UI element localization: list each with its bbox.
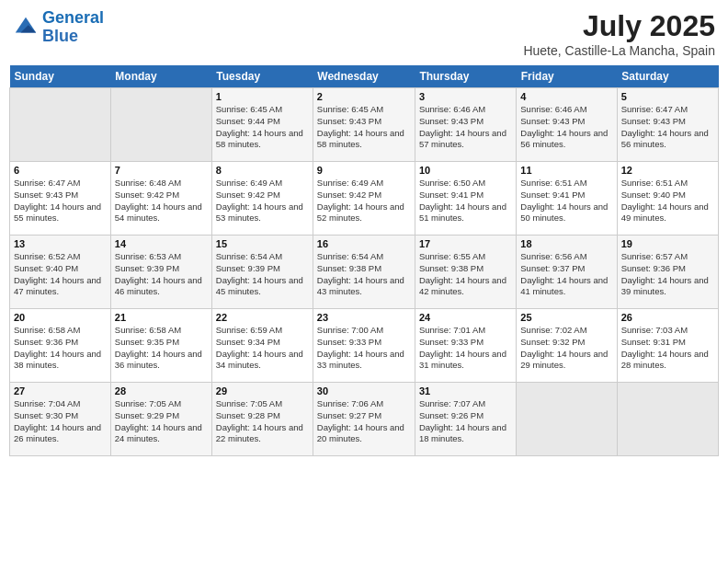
day-number: 4 (520, 91, 612, 102)
day-number: 31 (419, 385, 512, 396)
day-number: 25 (520, 312, 612, 323)
calendar-cell: 30Sunrise: 7:06 AMSunset: 9:27 PMDayligh… (313, 383, 415, 456)
day-info: Sunrise: 7:03 AMSunset: 9:31 PMDaylight:… (621, 325, 714, 372)
day-info: Sunrise: 6:57 AMSunset: 9:36 PMDaylight:… (621, 251, 714, 298)
calendar-cell: 9Sunrise: 6:49 AMSunset: 9:42 PMDaylight… (313, 162, 415, 236)
day-number: 10 (419, 165, 512, 176)
calendar-cell: 28Sunrise: 7:05 AMSunset: 9:29 PMDayligh… (110, 383, 211, 456)
calendar-cell: 29Sunrise: 7:05 AMSunset: 9:28 PMDayligh… (211, 383, 313, 456)
day-info: Sunrise: 7:01 AMSunset: 9:33 PMDaylight:… (419, 325, 512, 372)
calendar-table: SundayMondayTuesdayWednesdayThursdayFrid… (9, 65, 719, 456)
day-number: 6 (14, 165, 107, 176)
day-info: Sunrise: 6:46 AMSunset: 9:43 PMDaylight:… (419, 104, 512, 151)
calendar-week-row: 6Sunrise: 6:47 AMSunset: 9:43 PMDaylight… (10, 162, 719, 236)
day-info: Sunrise: 7:05 AMSunset: 9:29 PMDaylight:… (115, 398, 208, 445)
calendar-cell: 11Sunrise: 6:51 AMSunset: 9:41 PMDayligh… (517, 162, 617, 236)
logo-line1: General (42, 8, 104, 27)
day-number: 17 (419, 238, 512, 249)
day-number: 11 (520, 165, 612, 176)
day-info: Sunrise: 6:50 AMSunset: 9:41 PMDaylight:… (419, 178, 512, 224)
day-info: Sunrise: 7:02 AMSunset: 9:32 PMDaylight:… (520, 325, 612, 372)
day-number: 27 (14, 385, 107, 396)
calendar-cell: 6Sunrise: 6:47 AMSunset: 9:43 PMDaylight… (10, 162, 111, 236)
day-number: 3 (419, 91, 512, 102)
calendar-cell: 24Sunrise: 7:01 AMSunset: 9:33 PMDayligh… (415, 309, 516, 383)
day-number: 28 (115, 385, 208, 396)
calendar-cell: 5Sunrise: 6:47 AMSunset: 9:43 PMDaylight… (617, 88, 718, 162)
calendar-cell: 1Sunrise: 6:45 AMSunset: 9:44 PMDaylight… (211, 88, 313, 162)
weekday-header-row: SundayMondayTuesdayWednesdayThursdayFrid… (10, 65, 719, 88)
calendar-week-row: 20Sunrise: 6:58 AMSunset: 9:36 PMDayligh… (10, 309, 719, 383)
calendar-cell (517, 383, 617, 456)
title-block: July 2025 Huete, Castille-La Mancha, Spa… (523, 9, 715, 58)
day-info: Sunrise: 6:45 AMSunset: 9:43 PMDaylight:… (317, 104, 411, 151)
calendar-body: 1Sunrise: 6:45 AMSunset: 9:44 PMDaylight… (10, 88, 719, 456)
day-info: Sunrise: 6:46 AMSunset: 9:43 PMDaylight:… (520, 104, 612, 151)
weekday-header-cell: Wednesday (313, 65, 415, 88)
calendar-cell: 16Sunrise: 6:54 AMSunset: 9:38 PMDayligh… (313, 236, 415, 309)
day-number: 18 (520, 238, 612, 249)
day-number: 20 (14, 312, 107, 323)
calendar-cell: 31Sunrise: 7:07 AMSunset: 9:26 PMDayligh… (415, 383, 516, 456)
logo: General Blue (13, 9, 104, 46)
weekday-header-cell: Thursday (415, 65, 516, 88)
calendar-cell: 23Sunrise: 7:00 AMSunset: 9:33 PMDayligh… (313, 309, 415, 383)
calendar-cell: 8Sunrise: 6:49 AMSunset: 9:42 PMDaylight… (211, 162, 313, 236)
calendar-cell: 15Sunrise: 6:54 AMSunset: 9:39 PMDayligh… (211, 236, 313, 309)
calendar-cell (10, 88, 111, 162)
calendar-cell: 2Sunrise: 6:45 AMSunset: 9:43 PMDaylight… (313, 88, 415, 162)
day-number: 8 (216, 165, 309, 176)
day-info: Sunrise: 6:49 AMSunset: 9:42 PMDaylight:… (317, 178, 411, 224)
day-info: Sunrise: 6:52 AMSunset: 9:40 PMDaylight:… (14, 251, 107, 298)
day-info: Sunrise: 6:53 AMSunset: 9:39 PMDaylight:… (115, 251, 208, 298)
weekday-header-cell: Sunday (10, 65, 111, 88)
day-info: Sunrise: 7:05 AMSunset: 9:28 PMDaylight:… (216, 398, 309, 445)
day-number: 2 (317, 91, 411, 102)
day-number: 16 (317, 238, 411, 249)
calendar-cell (110, 88, 211, 162)
day-number: 7 (115, 165, 208, 176)
day-info: Sunrise: 6:54 AMSunset: 9:39 PMDaylight:… (216, 251, 309, 298)
day-number: 21 (115, 312, 208, 323)
calendar-cell (617, 383, 718, 456)
calendar-week-row: 1Sunrise: 6:45 AMSunset: 9:44 PMDaylight… (10, 88, 719, 162)
calendar-cell: 17Sunrise: 6:55 AMSunset: 9:38 PMDayligh… (415, 236, 516, 309)
calendar-cell: 27Sunrise: 7:04 AMSunset: 9:30 PMDayligh… (10, 383, 111, 456)
day-info: Sunrise: 6:56 AMSunset: 9:37 PMDaylight:… (520, 251, 612, 298)
calendar-week-row: 13Sunrise: 6:52 AMSunset: 9:40 PMDayligh… (10, 236, 719, 309)
day-number: 12 (621, 165, 714, 176)
day-info: Sunrise: 6:49 AMSunset: 9:42 PMDaylight:… (216, 178, 309, 224)
day-number: 15 (216, 238, 309, 249)
day-info: Sunrise: 7:04 AMSunset: 9:30 PMDaylight:… (14, 398, 107, 445)
day-number: 29 (216, 385, 309, 396)
day-info: Sunrise: 6:54 AMSunset: 9:38 PMDaylight:… (317, 251, 411, 298)
day-number: 13 (14, 238, 107, 249)
weekday-header-cell: Tuesday (211, 65, 313, 88)
day-number: 23 (317, 312, 411, 323)
logo-line2: Blue (42, 27, 78, 45)
day-info: Sunrise: 7:00 AMSunset: 9:33 PMDaylight:… (317, 325, 411, 372)
day-info: Sunrise: 6:58 AMSunset: 9:35 PMDaylight:… (115, 325, 208, 372)
day-info: Sunrise: 6:58 AMSunset: 9:36 PMDaylight:… (14, 325, 107, 372)
day-number: 30 (317, 385, 411, 396)
location: Huete, Castille-La Mancha, Spain (523, 43, 715, 58)
calendar-cell: 22Sunrise: 6:59 AMSunset: 9:34 PMDayligh… (211, 309, 313, 383)
calendar-cell: 25Sunrise: 7:02 AMSunset: 9:32 PMDayligh… (517, 309, 617, 383)
weekday-header-cell: Friday (517, 65, 617, 88)
day-info: Sunrise: 6:55 AMSunset: 9:38 PMDaylight:… (419, 251, 512, 298)
weekday-header-cell: Monday (110, 65, 211, 88)
day-info: Sunrise: 6:51 AMSunset: 9:40 PMDaylight:… (621, 178, 714, 224)
calendar-cell: 14Sunrise: 6:53 AMSunset: 9:39 PMDayligh… (110, 236, 211, 309)
calendar-cell: 7Sunrise: 6:48 AMSunset: 9:42 PMDaylight… (110, 162, 211, 236)
day-number: 19 (621, 238, 714, 249)
day-info: Sunrise: 6:48 AMSunset: 9:42 PMDaylight:… (115, 178, 208, 224)
day-info: Sunrise: 7:06 AMSunset: 9:27 PMDaylight:… (317, 398, 411, 445)
weekday-header-cell: Saturday (617, 65, 718, 88)
calendar-cell: 12Sunrise: 6:51 AMSunset: 9:40 PMDayligh… (617, 162, 718, 236)
day-number: 22 (216, 312, 309, 323)
day-number: 14 (115, 238, 208, 249)
calendar-cell: 19Sunrise: 6:57 AMSunset: 9:36 PMDayligh… (617, 236, 718, 309)
day-number: 24 (419, 312, 512, 323)
day-info: Sunrise: 6:47 AMSunset: 9:43 PMDaylight:… (621, 104, 714, 151)
logo-text: General Blue (42, 9, 104, 46)
